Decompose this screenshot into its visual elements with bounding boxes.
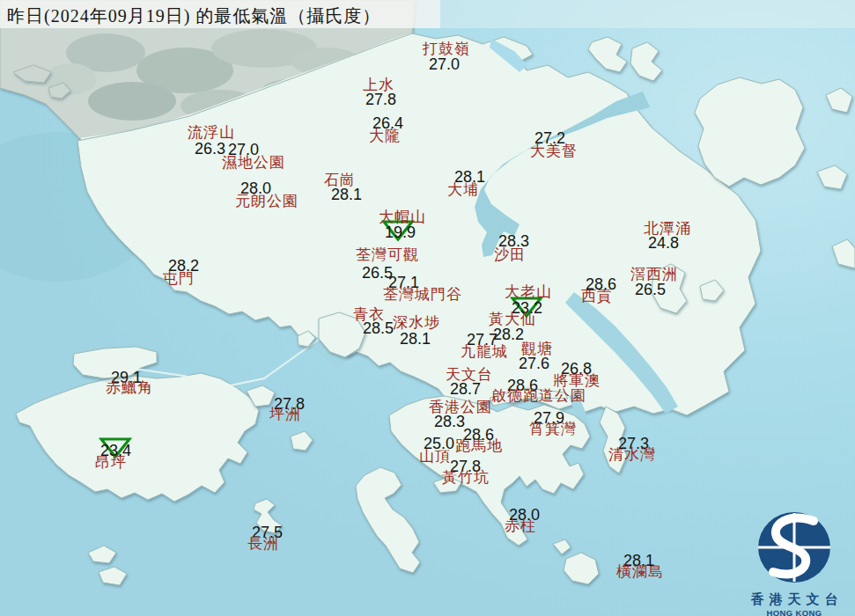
title-backdrop-right bbox=[440, 0, 855, 28]
hko-logo-english-name: HONG KONG OBSERVATORY bbox=[736, 608, 852, 616]
hong-kong-basemap bbox=[0, 0, 855, 616]
station-name-label: 昂坪 bbox=[95, 455, 127, 470]
station-temperature-value: 24.8 bbox=[648, 235, 679, 251]
station-name-label: 北潭涌 bbox=[644, 221, 691, 236]
station-name-label: 大美督 bbox=[530, 143, 578, 158]
station-name-label: 流浮山 bbox=[188, 125, 235, 140]
station-temperature-value: 19.9 bbox=[385, 224, 416, 240]
station-name-label: 石崗 bbox=[324, 172, 356, 187]
station-temperature-value: 28.3 bbox=[434, 414, 465, 429]
station-name-label: 觀塘 bbox=[521, 341, 553, 356]
station-name-label: 濕地公園 bbox=[222, 155, 285, 170]
station-name-label: 跑馬地 bbox=[455, 438, 503, 453]
station-name-label: 屯門 bbox=[163, 271, 195, 286]
station-name-label: 沙田 bbox=[494, 247, 526, 262]
station-name-label: 九龍城 bbox=[461, 344, 508, 359]
station-name-label: 天文台 bbox=[446, 367, 493, 382]
station-temperature-value: 27.0 bbox=[429, 56, 460, 72]
hko-logo: 香港天文台 HONG KONG OBSERVATORY bbox=[736, 509, 852, 616]
station-temperature-value: 26.3 bbox=[195, 141, 225, 157]
northeast-big-island bbox=[695, 77, 805, 187]
station-temperature-value: 26.5 bbox=[635, 282, 666, 297]
station-temperature-value: 27.8 bbox=[365, 92, 396, 107]
station-temperature-value: 27.6 bbox=[519, 356, 549, 371]
map-title: 昨日(2024年09月19日) 的最低氣溫（攝氏度） bbox=[7, 4, 380, 28]
hko-logo-emblem bbox=[736, 509, 852, 590]
station-name-label: 大帽山 bbox=[379, 209, 426, 224]
station-name-label: 深水埗 bbox=[393, 315, 440, 330]
station-name-label: 赤鱲角 bbox=[106, 380, 153, 395]
station-name-label: 黃大仙 bbox=[489, 312, 536, 326]
station-name-label: 長洲 bbox=[247, 536, 279, 551]
hko-logo-chinese-name: 香港天文台 bbox=[736, 591, 852, 608]
station-name-label: 滘西洲 bbox=[630, 267, 678, 282]
station-name-label: 將軍澳 bbox=[553, 373, 601, 388]
station-name-label: 坪洲 bbox=[269, 407, 301, 422]
station-name-label: 啟德跑道公園 bbox=[491, 388, 586, 403]
station-name-label: 元朗公園 bbox=[235, 194, 299, 209]
station-temperature-value: 28.1 bbox=[331, 187, 362, 202]
station-name-label: 荃灣可觀 bbox=[356, 247, 419, 262]
station-name-label: 黃竹坑 bbox=[442, 470, 490, 485]
station-name-label: 西貢 bbox=[581, 289, 613, 304]
station-name-label: 大老山 bbox=[505, 284, 552, 299]
station-name-label: 香港公園 bbox=[429, 400, 492, 414]
station-temperature-value: 28.2 bbox=[493, 326, 524, 342]
station-name-label: 青衣 bbox=[353, 307, 385, 322]
station-name-label: 清水灣 bbox=[608, 447, 656, 462]
station-name-label: 橫瀾島 bbox=[616, 564, 664, 579]
station-name-label: 筲箕灣 bbox=[529, 422, 577, 436]
station-temperature-value: 28.7 bbox=[450, 381, 481, 397]
weather-map-page: 昨日(2024年09月19日) 的最低氣溫（攝氏度） 27.0打鼓嶺27.8上水… bbox=[0, 0, 855, 616]
station-name-label: 打鼓嶺 bbox=[423, 41, 470, 56]
station-temperature-value: 28.1 bbox=[400, 331, 431, 347]
station-name-label: 上水 bbox=[363, 77, 394, 92]
station-name-label: 大埔 bbox=[447, 182, 479, 197]
station-name-label: 赤柱 bbox=[505, 518, 536, 533]
station-name-label: 大隴 bbox=[369, 128, 401, 143]
station-name-label: 山頂 bbox=[419, 449, 451, 464]
station-name-label: 荃灣城門谷 bbox=[383, 287, 462, 302]
